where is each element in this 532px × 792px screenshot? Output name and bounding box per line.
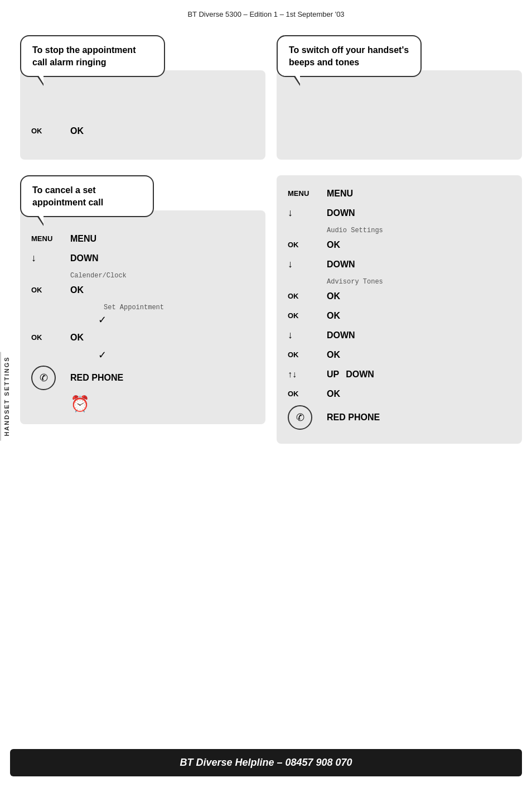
sw-down2-row: ↓ DOWN — [288, 256, 511, 273]
sw-down-val: DOWN — [346, 369, 374, 380]
sw-down3-arrow: ↓ — [288, 329, 327, 341]
sw-red-phone-val: RED PHONE — [327, 412, 380, 423]
sw-down1-val: DOWN — [327, 208, 355, 218]
sw-ok5-row: OK OK — [288, 386, 511, 402]
sw-ok4-row: OK OK — [288, 347, 511, 363]
cancel-screen-appt: Set Appointment — [104, 301, 254, 311]
sw-down1-row: ↓ DOWN — [288, 205, 511, 222]
stop-alarm-section: To stop the appointment call alarm ringi… — [20, 35, 265, 160]
cancel-down-val: DOWN — [70, 253, 99, 263]
sw-menu-key: MENU — [288, 189, 327, 198]
header-title: BT Diverse 5300 – Edition 1 – 1st Septem… — [187, 10, 344, 18]
cancel-tooltip: To cancel a set appointment call — [20, 175, 265, 217]
cancel-ok1-val: OK — [70, 285, 84, 295]
switch-off-steps-section: MENU MENU ↓ DOWN Audio Settings OK OK — [277, 175, 522, 444]
cancel-screen-calendar: Calender/Clock — [70, 270, 254, 280]
stop-alarm-tooltip-text: To stop the appointment call alarm ringi… — [32, 45, 136, 67]
sw-ok3-key: OK — [288, 311, 327, 320]
cancel-phone-icon: ✆ — [31, 366, 56, 390]
sw-screen-audio: Audio Settings — [327, 224, 511, 234]
sw-menu-row: MENU MENU — [288, 185, 511, 202]
cancel-check1: ✓ — [98, 314, 254, 326]
switch-off-section: To switch off your handset's beeps and t… — [277, 35, 522, 160]
sw-ok3-row: OK OK — [288, 308, 511, 324]
stop-alarm-tooltip: To stop the appointment call alarm ringi… — [20, 35, 265, 77]
stop-alarm-ok-row: OK OK — [31, 123, 254, 140]
stop-alarm-ok-key: OK — [31, 127, 70, 135]
page-header: BT Diverse 5300 – Edition 1 – 1st Septem… — [0, 0, 532, 24]
sw-ok2-row: OK OK — [288, 288, 511, 305]
sw-ok4-val: OK — [327, 350, 340, 360]
cancel-alarm-icon: ⏰ — [70, 395, 254, 413]
cancel-ok2-row: OK OK — [31, 329, 254, 346]
cancel-ok2-key: OK — [31, 333, 70, 342]
sw-down3-row: ↓ DOWN — [288, 327, 511, 344]
sw-ok5-val: OK — [327, 389, 340, 399]
sw-phone-icon: ✆ — [288, 405, 312, 430]
cancel-ok1-row: OK OK — [31, 282, 254, 299]
cancel-red-phone-val: RED PHONE — [70, 373, 123, 383]
cancel-menu-key: MENU — [31, 234, 70, 243]
cancel-ok1-key: OK — [31, 286, 70, 294]
cancel-phone-row: ✆ RED PHONE — [31, 366, 254, 390]
cancel-tooltip-text: To cancel a set appointment call — [32, 185, 103, 207]
sw-updown-arrows: ↑↓ — [288, 369, 327, 380]
sw-ok1-row: OK OK — [288, 237, 511, 253]
switch-off-tooltip: To switch off your handset's beeps and t… — [277, 35, 522, 77]
switch-off-tooltip-text: To switch off your handset's beeps and t… — [289, 45, 409, 67]
cancel-ok2-val: OK — [70, 333, 84, 343]
footer-text: BT Diverse Helpline – 08457 908 070 — [180, 757, 352, 768]
sw-ok3-val: OK — [327, 311, 340, 321]
cancel-down-row: ↓ DOWN — [31, 250, 254, 267]
cancel-menu-row: MENU MENU — [31, 231, 254, 247]
sw-down2-arrow: ↓ — [288, 258, 327, 270]
sw-down2-val: DOWN — [327, 260, 355, 270]
sw-ok2-key: OK — [288, 292, 327, 300]
side-label: HANDSET SETTINGS — [0, 352, 12, 440]
sw-up-val: UP — [327, 369, 339, 380]
cancel-menu-val: MENU — [70, 234, 96, 244]
sw-ok4-key: OK — [288, 351, 327, 359]
sw-down1-arrow: ↓ — [288, 207, 327, 219]
cancel-down-arrow: ↓ — [31, 252, 70, 264]
cancel-appointment-section: To cancel a set appointment call MENU ME… — [20, 175, 265, 444]
sw-down3-val: DOWN — [327, 330, 355, 340]
sw-phone-row: ✆ RED PHONE — [288, 405, 511, 430]
sw-ok1-key: OK — [288, 241, 327, 249]
sw-updown-row: ↑↓ UP DOWN — [288, 366, 511, 383]
sw-ok5-key: OK — [288, 390, 327, 398]
sw-ok2-val: OK — [327, 291, 340, 301]
sw-ok1-val: OK — [327, 240, 340, 250]
sw-screen-advisory: Advisory Tones — [327, 276, 511, 286]
cancel-check2: ✓ — [98, 349, 254, 361]
stop-alarm-ok-val: OK — [70, 126, 84, 136]
sw-menu-val: MENU — [327, 189, 353, 199]
footer-bar: BT Diverse Helpline – 08457 908 070 — [10, 749, 522, 776]
